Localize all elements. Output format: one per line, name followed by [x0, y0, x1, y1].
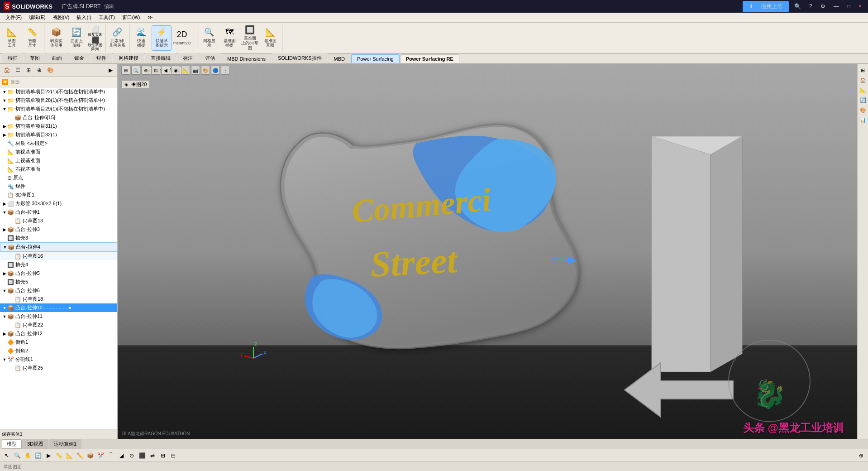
revolve-btn[interactable]: 🔄 曲面上偏移: [67, 25, 86, 51]
panel-btn-target[interactable]: ⊕: [34, 65, 44, 75]
smart-dimension-btn[interactable]: 📐 草图工具: [2, 25, 22, 51]
expand-icon[interactable]: ▼: [2, 314, 7, 319]
vt-more-btn[interactable]: ⋮: [221, 66, 230, 75]
bt-more2-btn[interactable]: ⊟: [168, 451, 178, 461]
vt-fit-btn[interactable]: ⊡: [151, 66, 160, 75]
dimension-btn[interactable]: 📏 智能尺寸: [22, 25, 42, 51]
tab-sketch[interactable]: 草图: [24, 53, 46, 63]
relations-btn[interactable]: 🔗 元素/修几何关系: [107, 25, 127, 51]
tree-item-cut32[interactable]: ▶ 📁 切割清单项目32(1): [0, 130, 117, 139]
upload-button[interactable]: ⬆ 拖拽上传: [743, 1, 789, 12]
tab-direct-edit[interactable]: 直接编辑: [145, 53, 176, 63]
expand-icon[interactable]: ▼: [2, 306, 7, 310]
tree-item-cut22[interactable]: ▼ 📁 切割清单项目22(1)(不包括在切割清单中): [0, 87, 117, 96]
view3d-btn[interactable]: 📐 基准面草图: [260, 25, 280, 51]
expand-icon[interactable]: ▼: [2, 98, 7, 103]
expand-icon[interactable]: ▶: [2, 227, 7, 232]
rp-btn-6[interactable]: 📊: [858, 115, 868, 125]
search-btn[interactable]: 🔍: [792, 2, 804, 10]
tree-item-boss1[interactable]: ▼ 📦 凸台-拉伸1: [0, 208, 117, 216]
tree-item-boss3[interactable]: ▶ 📦 凸台-拉伸3: [0, 225, 117, 234]
instant2d-btn[interactable]: 2D Instant2D: [172, 25, 192, 51]
vtab-motion[interactable]: 运动算例1: [49, 439, 81, 449]
vt-color-btn[interactable]: 🔵: [211, 66, 220, 75]
expand-icon[interactable]: ▼: [2, 357, 7, 362]
bt-end-btn[interactable]: ⊕: [856, 451, 866, 461]
expand-icon[interactable]: ▼: [2, 210, 7, 215]
rp-btn-4[interactable]: 🔄: [858, 96, 868, 105]
tab-evaluate[interactable]: 评估: [199, 53, 221, 63]
bt-zoom-btn[interactable]: 🔍: [12, 451, 22, 461]
pan-btn[interactable]: 🗺 基准面捕捉: [219, 25, 239, 51]
bt-cut-btn[interactable]: ✂️: [95, 451, 105, 461]
minimize-btn[interactable]: —: [831, 2, 842, 10]
vt-camera-btn[interactable]: 📷: [191, 66, 200, 75]
tree-item-sketch18[interactable]: 📋 (-)草图18: [0, 295, 117, 303]
expand-icon[interactable]: ▶: [2, 271, 7, 276]
tree-item-top-plane[interactable]: 📐 上视基准面: [0, 156, 117, 165]
tab-mesh[interactable]: 网格建模: [113, 53, 144, 63]
bt-fillet-btn[interactable]: ⌒: [106, 451, 116, 461]
tab-markup[interactable]: 标注: [177, 53, 199, 63]
bt-pan-btn[interactable]: ✋: [23, 451, 33, 461]
tab-power-surfacing-re[interactable]: Power Surfacing RE: [400, 54, 459, 63]
settings-btn[interactable]: ⚙: [818, 2, 828, 10]
tree-item-boss12[interactable]: ▶ 📦 凸台-拉伸12: [0, 329, 117, 338]
tree-item-shell4[interactable]: 🔲 抽壳4: [0, 260, 117, 269]
tree-item-chamfer2[interactable]: 🔶 倒角2: [0, 346, 117, 355]
vt-prev-btn[interactable]: ◀: [161, 66, 170, 75]
tree-item-sketch22[interactable]: 📋 (-)草图22: [0, 321, 117, 329]
menu-file[interactable]: 文件(F): [2, 13, 25, 22]
expand-icon[interactable]: ▶: [2, 202, 7, 206]
viewport[interactable]: ← 🏠 📦 凸台-拉伸10 ◈ ◈图20 ⊞ 🔍 ⊖ ⊡ ◀ ◉ 📐 📷 🎨 🔵: [118, 64, 857, 439]
tree-item-weldment[interactable]: 🔩 焊件: [0, 182, 117, 191]
expand-icon[interactable]: ▼: [2, 288, 7, 293]
tree-item-3dsketch1[interactable]: 📋 3D草图1: [0, 191, 117, 199]
tree-item-shell5[interactable]: 🔲 抽壳5: [0, 278, 117, 286]
vt-orient-btn[interactable]: ⊞: [121, 66, 130, 75]
expand-icon[interactable]: ▼: [2, 90, 7, 94]
menu-edit[interactable]: 编辑(E): [25, 13, 49, 22]
bt-select-btn[interactable]: ▶: [43, 451, 53, 461]
expand-icon[interactable]: ▶: [2, 133, 7, 137]
panel-btn-list[interactable]: ☰: [13, 65, 23, 75]
vt-zoom-in-btn[interactable]: 🔍: [131, 66, 140, 75]
zoom-btn[interactable]: 🔍 网格显示: [199, 25, 219, 51]
bt-pattern-btn[interactable]: ⬛: [137, 451, 147, 461]
tree-item-shell3[interactable]: 🔲 抽壳3 ←: [0, 234, 117, 242]
tree-item-cut31[interactable]: ▶ 📁 切割清单项目31(1): [0, 122, 117, 130]
expand-icon[interactable]: ▶: [2, 332, 7, 336]
bt-rotate-btn[interactable]: 🔄: [33, 451, 43, 461]
tree-item-front-plane[interactable]: 📐 前视基准面: [0, 148, 117, 156]
rp-btn-5[interactable]: 🎨: [858, 106, 868, 115]
menu-window[interactable]: 窗口(W): [119, 13, 144, 22]
tab-mbd-dimensions[interactable]: MBD Dimensions: [221, 54, 272, 63]
tree-item-boss11[interactable]: ▼ 📦 凸台-拉伸11: [0, 312, 117, 321]
mesh-btn[interactable]: ⚡ 快速草图提示: [152, 25, 172, 51]
bt-sketch-btn[interactable]: ✏️: [75, 451, 85, 461]
menu-view[interactable]: 视图(V): [49, 13, 73, 22]
menu-insert[interactable]: 插入(I): [73, 13, 95, 22]
bt-hole-btn[interactable]: ⊙: [127, 451, 137, 461]
vt-zoom-out-btn[interactable]: ⊖: [141, 66, 150, 75]
rp-btn-3[interactable]: 📐: [858, 86, 868, 95]
bt-measure-btn[interactable]: 📏: [54, 451, 64, 461]
vt-display-btn[interactable]: ◉: [171, 66, 180, 75]
tree-item-boss6[interactable]: 📦 凸台-拉伸6[15]: [0, 113, 117, 122]
vt-section-btn[interactable]: 📐: [181, 66, 190, 75]
tab-surface[interactable]: 曲面: [46, 53, 68, 63]
tree-item-sketch16[interactable]: 📋 (-)草图16: [0, 252, 117, 260]
panel-btn-collapse[interactable]: ▶: [105, 65, 115, 75]
bt-extrude-btn[interactable]: 📦: [85, 451, 95, 461]
feature-tree[interactable]: ▼ 📁 切割清单项目22(1)(不包括在切割清单中) ▼ 📁 切割清单项目28(…: [0, 87, 117, 429]
bt-chamfer-btn[interactable]: ◢: [116, 451, 126, 461]
bt-pointer-btn[interactable]: ↖: [2, 451, 12, 461]
rp-btn-2[interactable]: 🏠: [858, 76, 868, 85]
bt-more1-btn[interactable]: ⊞: [158, 451, 168, 461]
surfacing-btn[interactable]: 🌊 快速捕捉: [131, 25, 151, 51]
tab-weldments[interactable]: 焊件: [91, 53, 112, 63]
tab-power-surfacing[interactable]: Power Surfacing: [351, 54, 400, 63]
tab-features[interactable]: 特征: [2, 53, 24, 63]
expand-icon[interactable]: ▼: [2, 107, 7, 111]
tree-item-cut29[interactable]: ▼ 📁 切割清单项目29(1)(不包括在切割清单中): [0, 105, 117, 113]
